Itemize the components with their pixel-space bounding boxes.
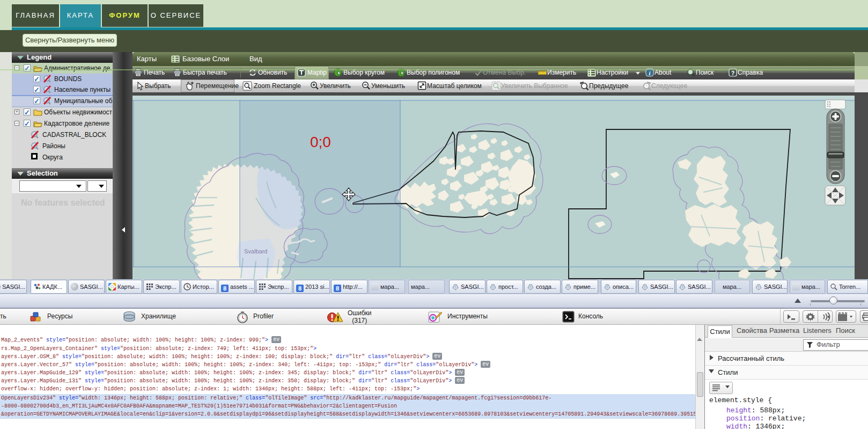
svg-text:?: ? <box>731 70 735 76</box>
svg-text:0;0: 0;0 <box>310 134 331 150</box>
